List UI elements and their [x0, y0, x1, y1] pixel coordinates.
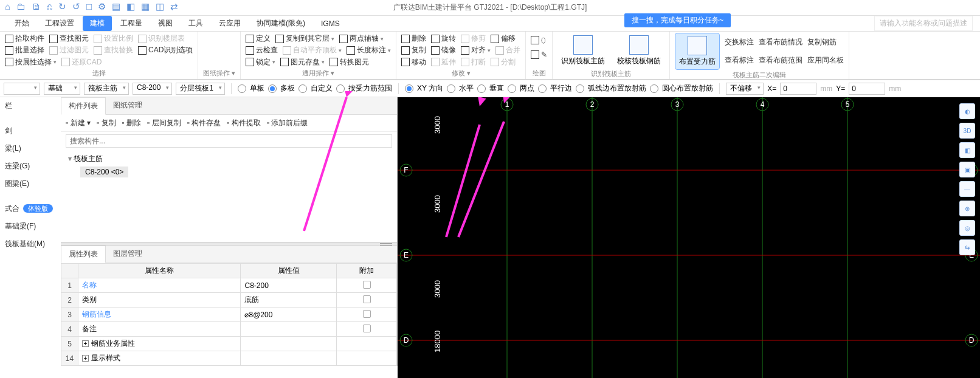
toolbar-button[interactable]: ▫ 构件提取 [227, 118, 261, 128]
ribbon-item[interactable]: 查看布筋情况 [759, 37, 802, 47]
ribbon-item[interactable]: 旋转 [431, 33, 456, 44]
radio[interactable] [238, 84, 246, 93]
ribbon-item[interactable]: 复制 [401, 45, 426, 55]
ribbon-tab[interactable]: 工具 [181, 16, 210, 31]
radio-label[interactable]: 按受力筋范围 [348, 83, 392, 94]
ribbon-item[interactable]: 两点辅轴 [339, 33, 384, 44]
toolbar-button[interactable]: ▫ 复制 [97, 118, 116, 128]
combo-box[interactable]: 分层筏板1 [176, 83, 225, 95]
ribbon-item[interactable]: 还原CAD [61, 57, 102, 67]
ribbon-item[interactable]: 批量选择 [5, 45, 44, 55]
tree-parent[interactable]: 筏板主筋 [68, 154, 390, 164]
panel-resize-handle[interactable] [61, 242, 397, 246]
ribbon-item[interactable]: 应用同名板 [807, 55, 844, 66]
panel-tab[interactable]: 属性列表 [61, 246, 106, 263]
radio-label[interactable]: 水平 [459, 83, 474, 94]
toolbar-button[interactable]: ▫ 新建 ▾ [66, 118, 91, 128]
checkbox[interactable] [363, 295, 371, 303]
view-tool-button[interactable]: ▣ [959, 162, 975, 177]
ribbon-item[interactable]: 复制到其它层 [275, 33, 334, 44]
ribbon-tab[interactable]: 协同建模(限免) [249, 16, 312, 31]
ribbon-item[interactable]: 分割 [491, 57, 516, 67]
ribbon-item[interactable]: 过滤图元 [49, 45, 89, 55]
view-tool-button[interactable]: ⇆ [959, 239, 975, 255]
ribbon-item[interactable]: 查找替换 [94, 45, 133, 55]
tree-child[interactable]: C8-200 <0> [80, 167, 128, 177]
ribbon-item[interactable]: 设置比例 [94, 33, 133, 44]
toolbar-button[interactable]: ▫ 添加前后缀 [267, 118, 308, 128]
property-row[interactable]: 4备注 [61, 322, 397, 337]
ribbon-big-button[interactable]: 识别筏板主筋 [557, 33, 609, 69]
property-row[interactable]: 14+显示样式 [61, 351, 397, 366]
qat-button[interactable]: ▤ [112, 1, 120, 12]
nav-item[interactable]: 筏板基础(M) [0, 235, 61, 253]
ribbon-item[interactable]: 对齐 [461, 45, 491, 55]
expand-icon[interactable]: + [82, 340, 89, 347]
checkbox[interactable] [363, 281, 371, 289]
panel-tab[interactable]: 图层管理 [106, 246, 150, 263]
ribbon-item[interactable]: 拾取构件 [5, 33, 44, 44]
radio-label[interactable]: 平行边 [550, 83, 572, 94]
radio-label[interactable]: XY 方向 [417, 83, 443, 94]
ribbon-item[interactable]: 查找图元 [49, 33, 89, 44]
qat-button[interactable]: ◫ [156, 1, 164, 12]
ribbon-tab[interactable]: 工程量 [113, 16, 150, 31]
ribbon-item[interactable]: CAD识别选项 [138, 45, 193, 55]
radio-label[interactable]: 圆心布置放射筋 [662, 83, 713, 94]
radio[interactable] [447, 84, 455, 93]
nav-item[interactable]: 连梁(G) [0, 157, 61, 175]
view-tool-button[interactable]: 3D [959, 123, 975, 139]
qat-button[interactable]: ◧ [126, 1, 135, 12]
nav-item[interactable]: 剑 [0, 122, 61, 140]
ribbon-item[interactable]: 镜像 [431, 45, 456, 55]
checkbox[interactable] [363, 310, 371, 318]
ribbon-item[interactable]: 复制钢筋 [807, 37, 837, 47]
ribbon-item[interactable]: 打断 [461, 57, 486, 67]
ribbon-item[interactable]: 移动 [401, 57, 426, 67]
ribbon-tab[interactable]: 开始 [7, 16, 36, 31]
ribbon-item[interactable]: 锁定 [246, 57, 275, 67]
radio-label[interactable]: 垂直 [489, 83, 504, 94]
qat-button[interactable]: 🗎 [32, 1, 41, 12]
radio-label[interactable]: 自定义 [311, 83, 333, 94]
qat-button[interactable]: ▦ [141, 1, 150, 12]
nav-item[interactable]: 式合体验版 [0, 200, 61, 218]
ribbon-item[interactable]: 按属性选择 [5, 57, 57, 67]
ribbon-item[interactable]: 识别楼层表 [138, 33, 185, 44]
combo-box[interactable]: 基础 [44, 83, 80, 95]
checkbox[interactable] [363, 325, 371, 332]
radio[interactable] [477, 84, 486, 93]
view-tool-button[interactable]: ⊕ [959, 201, 975, 216]
view-tool-button[interactable]: — [959, 181, 975, 197]
radio[interactable] [298, 84, 307, 93]
property-row[interactable]: 5+钢筋业务属性 [61, 337, 397, 351]
search-input[interactable]: 请输入功能名称或问题描述 [874, 16, 973, 31]
property-row[interactable]: 2类别底筋 [61, 293, 397, 308]
ribbon-big-button[interactable]: 校核筏板钢筋 [613, 33, 664, 69]
ribbon-item[interactable]: 修剪 [461, 33, 486, 44]
expand-icon[interactable]: + [82, 355, 89, 362]
toolbar-button[interactable]: ▫ 构件存盘 [187, 118, 221, 128]
ribbon-item[interactable]: 自动平齐顶板 [283, 45, 342, 55]
panel-tab[interactable]: 图纸管理 [106, 97, 150, 114]
ribbon-item[interactable]: 查看布筋范围 [759, 55, 802, 66]
qat-button[interactable]: □ [86, 1, 92, 12]
view-tool-button[interactable]: ◐ [959, 103, 975, 119]
radio[interactable] [508, 84, 516, 93]
ribbon-item[interactable]: 长度标注 [347, 45, 391, 55]
y-input[interactable] [849, 83, 885, 95]
ribbon-big-button-active[interactable]: 布置受力筋 [675, 33, 720, 70]
combo-box[interactable]: 筏板主筋 [84, 83, 129, 95]
component-search-input[interactable] [66, 134, 392, 148]
ribbon-item[interactable]: ⬯ [531, 36, 546, 44]
qat-button[interactable]: 🗀 [16, 1, 26, 12]
ribbon-item[interactable]: 删除 [401, 33, 426, 44]
radio-label[interactable]: 多板 [280, 83, 295, 94]
radio[interactable] [268, 84, 277, 93]
radio[interactable] [650, 84, 658, 93]
ribbon-item[interactable]: 云检查 [246, 45, 278, 55]
ribbon-item[interactable]: 定义 [246, 33, 271, 44]
ribbon-item[interactable]: 交换标注 [725, 37, 754, 47]
radio[interactable] [405, 84, 413, 93]
ribbon-item[interactable]: 合并 [495, 45, 520, 55]
